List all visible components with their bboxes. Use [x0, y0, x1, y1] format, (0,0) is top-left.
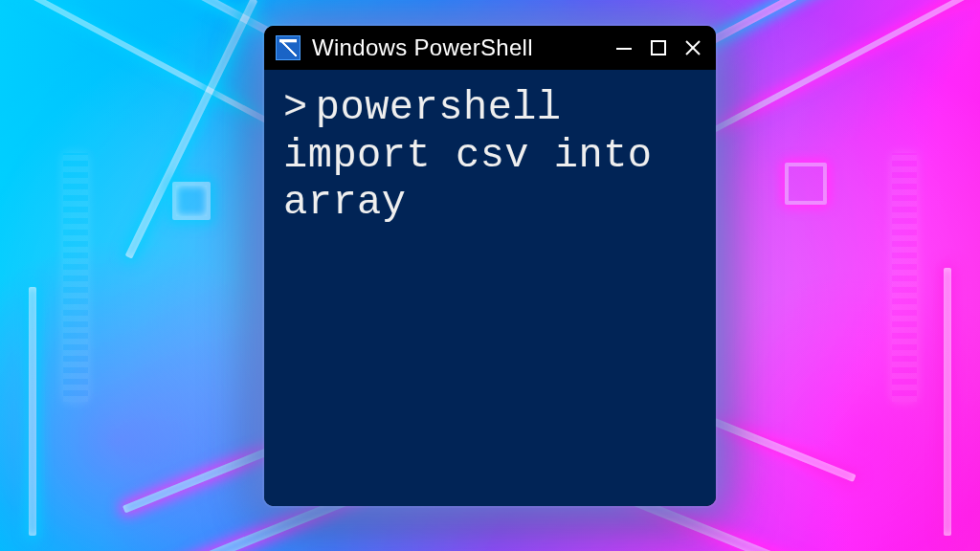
titlebar[interactable]: Windows PowerShell	[264, 26, 716, 70]
powershell-window: Windows PowerShell >powershell import cs…	[264, 26, 716, 506]
window-controls	[614, 38, 702, 57]
maximize-icon	[649, 38, 668, 57]
window-title: Windows PowerShell	[312, 34, 603, 61]
close-icon	[683, 38, 702, 57]
close-button[interactable]	[683, 38, 702, 57]
terminal-body[interactable]: >powershell import csv into array	[264, 70, 716, 506]
terminal-command-text: powershell import csv into array	[283, 85, 677, 226]
powershell-app-icon	[276, 35, 301, 60]
maximize-button[interactable]	[649, 38, 668, 57]
minimize-button[interactable]	[614, 38, 634, 57]
prompt-symbol: >	[283, 85, 308, 131]
svg-rect-1	[652, 41, 665, 55]
minimize-icon	[614, 38, 634, 57]
